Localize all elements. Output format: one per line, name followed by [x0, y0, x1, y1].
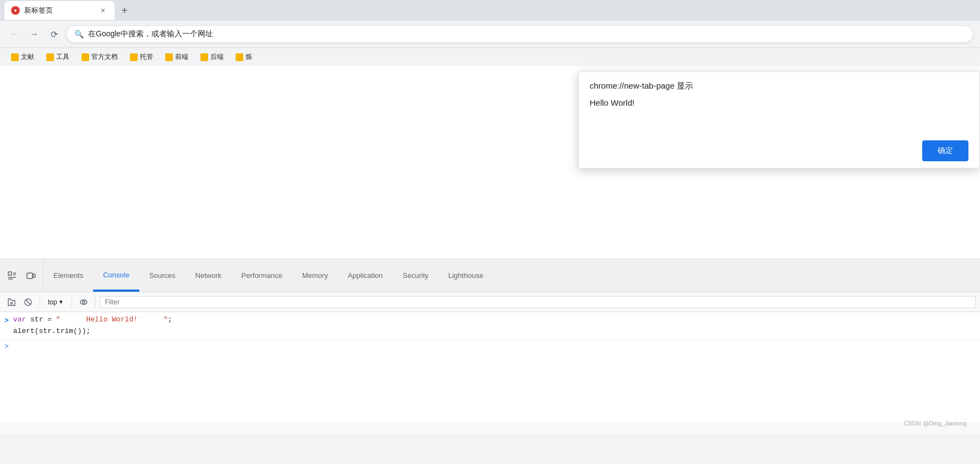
- bookmark-label-2: 工具: [56, 52, 69, 62]
- bookmark-label-4: 托管: [140, 52, 153, 62]
- bookmark-item-6[interactable]: 后端: [196, 50, 228, 64]
- toolbar-divider-2: [72, 297, 72, 308]
- watermark: CSDN @Ding_Jiaxiong: [0, 418, 973, 429]
- search-icon: 🔍: [74, 30, 84, 39]
- address-bar[interactable]: 🔍 在Google中搜索，或者输入一个网址: [66, 25, 973, 43]
- alert-dialog: chrome://new-tab-page 显示 Hello World! 确定: [578, 72, 980, 168]
- alert-message: Hello World!: [590, 98, 968, 107]
- chevron-down-icon: ▼: [58, 299, 64, 305]
- prompt-arrow: >: [4, 342, 9, 351]
- svg-rect-2: [8, 272, 12, 275]
- stop-button[interactable]: [21, 295, 35, 309]
- address-text: 在Google中搜索，或者输入一个网址: [88, 29, 965, 39]
- bookmarks-bar: 文献 工具 官方文档 托管 前端 后端 炼: [0, 47, 980, 66]
- tab-memory[interactable]: Memory: [292, 259, 338, 292]
- tab-console[interactable]: Console: [93, 259, 139, 292]
- code-line-2: alert(str.trim());: [13, 326, 976, 337]
- svg-point-14: [80, 300, 87, 304]
- tab-memory-label: Memory: [302, 271, 328, 280]
- device-icon[interactable]: [23, 268, 39, 283]
- eye-icon-button[interactable]: [77, 295, 91, 309]
- svg-rect-8: [33, 274, 35, 277]
- tab-console-label: Console: [103, 271, 129, 279]
- context-dropdown-label: top: [48, 298, 57, 306]
- code-keyword-var: var: [13, 315, 30, 324]
- forward-button[interactable]: →: [26, 26, 42, 42]
- bookmark-icon-6: [200, 53, 208, 61]
- tab-network[interactable]: Network: [186, 259, 232, 292]
- tab-lighthouse-label: Lighthouse: [448, 271, 483, 280]
- devtools-toolbar-icons: [0, 259, 43, 292]
- bookmark-item-3[interactable]: 官方文档: [77, 50, 122, 64]
- code-var-name: str: [30, 315, 47, 324]
- bookmark-icon-5: [165, 53, 173, 61]
- tab-performance[interactable]: Performance: [231, 259, 292, 292]
- devtools-tabs: Elements Console Sources Network Perform…: [0, 259, 980, 292]
- tab-sources[interactable]: Sources: [139, 259, 186, 292]
- tab-security[interactable]: Security: [393, 259, 438, 292]
- svg-marker-9: [8, 299, 15, 305]
- alert-ok-button[interactable]: 确定: [922, 140, 968, 161]
- inspector-icon[interactable]: [4, 268, 20, 283]
- console-line-1: > var str = " Hello World! "; alert(str.…: [0, 312, 980, 340]
- code-equals: =: [47, 315, 56, 324]
- tab-elements-label: Elements: [53, 271, 83, 280]
- tab-favicon: [11, 6, 20, 15]
- bookmark-item-4[interactable]: 托管: [126, 50, 157, 64]
- bookmark-item-7[interactable]: 炼: [231, 50, 257, 64]
- tab-bar: 新标签页 × +: [0, 0, 980, 21]
- svg-point-1: [14, 9, 17, 12]
- code-semicolon-1: ;: [168, 315, 172, 324]
- alert-footer: 确定: [579, 134, 979, 168]
- bookmark-item-2[interactable]: 工具: [42, 50, 74, 64]
- console-output: > var str = " Hello World! "; alert(str.…: [0, 312, 980, 422]
- bookmark-icon-1: [11, 53, 19, 61]
- bookmark-label-5: 前端: [175, 52, 188, 62]
- bookmark-icon-7: [236, 53, 243, 61]
- toolbar-divider: [40, 297, 40, 308]
- console-code-block: var str = " Hello World! "; alert(str.tr…: [13, 314, 976, 337]
- svg-line-13: [26, 299, 31, 304]
- tab-application-label: Application: [348, 271, 383, 280]
- tab-security-label: Security: [402, 271, 428, 280]
- bookmark-label-6: 后端: [210, 52, 224, 62]
- page-content: chrome://new-tab-page 显示 Hello World! 确定: [0, 66, 980, 259]
- devtools-panel: Elements Console Sources Network Perform…: [0, 259, 980, 433]
- tab-title: 新标签页: [24, 6, 94, 15]
- tab-elements[interactable]: Elements: [43, 259, 93, 292]
- svg-rect-7: [27, 273, 32, 279]
- alert-source: chrome://new-tab-page 显示: [590, 81, 968, 91]
- tab-application[interactable]: Application: [338, 259, 393, 292]
- toolbar-divider-3: [95, 297, 96, 308]
- new-tab-button[interactable]: +: [117, 3, 132, 18]
- context-dropdown[interactable]: top ▼: [45, 297, 67, 307]
- code-string-value: " Hello World! ": [56, 315, 168, 324]
- console-toolbar: top ▼: [0, 292, 980, 312]
- bookmark-item-5[interactable]: 前端: [161, 50, 193, 64]
- tab-sources-label: Sources: [149, 271, 176, 280]
- svg-point-15: [83, 301, 85, 303]
- tab-close-button[interactable]: ×: [98, 6, 108, 15]
- code-alert-call: alert(str.trim());: [13, 327, 90, 335]
- console-prompt-line[interactable]: >: [0, 340, 980, 353]
- tab-performance-label: Performance: [241, 271, 282, 280]
- bookmark-label-1: 文献: [21, 52, 34, 62]
- code-line-1: var str = " Hello World! ";: [13, 314, 976, 326]
- tab-network-label: Network: [195, 271, 222, 280]
- bookmark-icon-3: [81, 53, 89, 61]
- bookmark-icon-2: [46, 53, 54, 61]
- active-tab[interactable]: 新标签页 ×: [4, 1, 115, 20]
- clear-console-button[interactable]: [4, 295, 19, 309]
- tab-lighthouse[interactable]: Lighthouse: [438, 259, 493, 292]
- console-input-arrow: >: [4, 314, 9, 327]
- address-toolbar: ← → ⟳ 🔍 在Google中搜索，或者输入一个网址: [0, 21, 980, 47]
- reload-button[interactable]: ⟳: [46, 26, 62, 42]
- back-button[interactable]: ←: [7, 26, 22, 42]
- bookmark-label-7: 炼: [246, 52, 252, 62]
- alert-header: chrome://new-tab-page 显示 Hello World!: [579, 72, 979, 134]
- bookmark-item-1[interactable]: 文献: [7, 50, 39, 64]
- bookmark-label-3: 官方文档: [91, 52, 118, 62]
- console-filter-input[interactable]: [100, 296, 976, 308]
- bookmark-icon-4: [130, 53, 138, 61]
